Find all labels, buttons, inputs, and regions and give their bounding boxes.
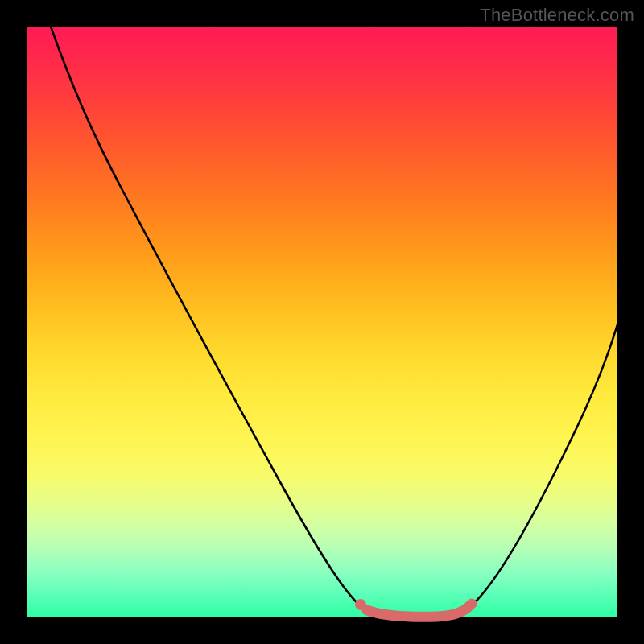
flat-segment-highlight bbox=[367, 604, 472, 617]
marker-dot-icon bbox=[355, 599, 366, 610]
chart-frame: TheBottleneck.com bbox=[0, 0, 644, 644]
watermark-text: TheBottleneck.com bbox=[480, 5, 634, 26]
bottleneck-curve bbox=[51, 27, 617, 617]
chart-canvas bbox=[27, 27, 617, 617]
